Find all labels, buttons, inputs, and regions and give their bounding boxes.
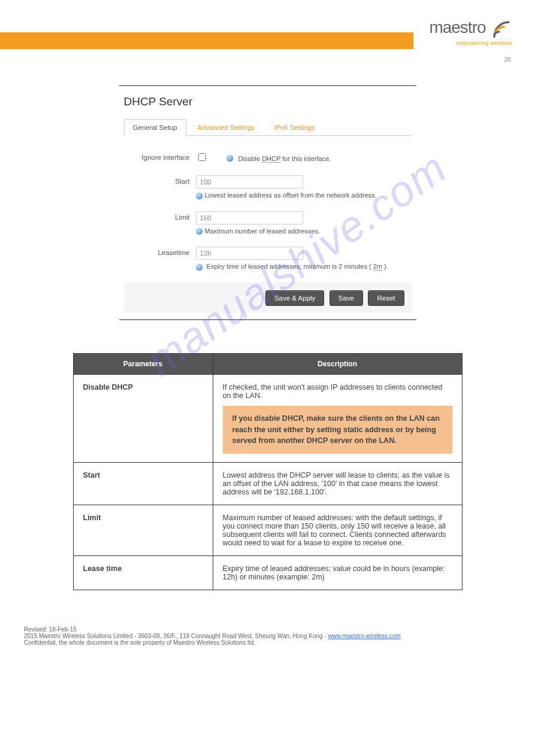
desc-text: If checked, the unit won't assign IP add…: [223, 383, 452, 400]
help-ignore-dotted: DHCP: [262, 155, 280, 163]
dhcp-panel: DHCP Server General Setup Advanced Setti…: [119, 85, 416, 320]
row-ignore: Ignore interface Disable DHCP for this i…: [124, 151, 412, 163]
save-button[interactable]: Save: [330, 290, 363, 306]
logo: maestro empowering wireless: [429, 18, 512, 46]
panel-title: DHCP Server: [124, 95, 412, 108]
footer-confidential: Confidential, the whole document is the …: [24, 639, 511, 646]
table-row: Disable DHCP If checked, the unit won't …: [73, 374, 462, 462]
help-limit: Maximum number of leased addresses.: [205, 227, 321, 235]
footer-addr-text: 2015 Maestro Wireless Solutions Limited …: [24, 633, 328, 639]
help-lease: Expiry time of leased addresses, minimum…: [207, 263, 388, 271]
tab-ipv6[interactable]: IPv6 Settings: [265, 120, 323, 135]
table-row: Start Lowest address the DHCP server wil…: [73, 463, 462, 505]
help-lease-suffix: ).: [382, 263, 388, 270]
param-name: Disable DHCP: [73, 374, 213, 462]
param-name: Lease time: [73, 556, 213, 590]
info-icon: [196, 228, 202, 235]
button-bar: Save & Apply Save Reset: [124, 283, 412, 313]
help-start: Lowest leased address as offset from the…: [205, 192, 377, 199]
input-lease[interactable]: [196, 247, 303, 260]
footer-date: Revised: 18-Feb-15: [24, 626, 77, 633]
row-lease: Leasetime Expiry time of leased addresse…: [124, 247, 412, 271]
tab-general[interactable]: General Setup: [124, 119, 186, 136]
help-ignore-suffix: for this interface.: [280, 155, 331, 162]
tab-bar: General Setup Advanced Settings IPv6 Set…: [124, 119, 412, 136]
input-start[interactable]: [196, 175, 303, 189]
info-icon: [196, 264, 202, 271]
param-desc: Maximum number of leased addresses: with…: [213, 505, 462, 556]
warning-box: If you disable DHCP, make sure the clien…: [223, 406, 452, 454]
row-start: Start Lowest leased address as offset fr…: [124, 175, 412, 199]
top-orange-bar: [0, 32, 413, 49]
info-icon: [196, 193, 202, 199]
param-name: Limit: [73, 505, 213, 556]
label-ignore: Ignore interface: [124, 151, 196, 161]
param-desc: If checked, the unit won't assign IP add…: [213, 374, 462, 462]
row-limit: Limit Maximum number of leased addresses…: [124, 211, 412, 235]
input-limit[interactable]: [196, 211, 303, 224]
logo-tagline: empowering wireless: [429, 40, 512, 46]
tab-advanced[interactable]: Advanced Settings: [189, 120, 263, 135]
help-lease-prefix: Expiry time of leased addresses, minimum…: [207, 263, 373, 270]
info-icon: [226, 155, 233, 162]
logo-text: maestro: [429, 18, 485, 37]
param-name: Start: [73, 463, 213, 505]
th-desc: Description: [213, 353, 462, 374]
help-lease-dotted: 2m: [373, 263, 382, 271]
checkbox-ignore[interactable]: [198, 153, 206, 161]
confidential-label: CONFIDENTIAL: [24, 56, 205, 62]
signal-arcs-icon: [491, 19, 512, 42]
footer: Revised: 18-Feb-15 2015 Maestro Wireless…: [0, 626, 535, 664]
param-desc: Expiry time of leased addresses; value c…: [213, 556, 462, 590]
help-ignore-prefix: Disable: [238, 155, 262, 162]
params-table: Parameters Description Disable DHCP If c…: [73, 353, 463, 590]
th-param: Parameters: [73, 353, 213, 374]
label-start: Start: [124, 175, 196, 185]
footer-link[interactable]: www.maestro-wireless.com: [328, 633, 401, 639]
save-apply-button[interactable]: Save & Apply: [265, 290, 324, 306]
page-number: 38: [504, 56, 511, 63]
table-row: Lease time Expiry time of leased address…: [73, 556, 462, 590]
table-row: Limit Maximum number of leased addresses…: [73, 505, 462, 556]
param-desc: Lowest address the DHCP server will leas…: [213, 463, 462, 505]
label-lease: Leasetime: [124, 247, 196, 256]
help-ignore: Disable DHCP for this interface.: [238, 155, 331, 162]
reset-button[interactable]: Reset: [368, 290, 404, 306]
label-limit: Limit: [124, 211, 196, 221]
footer-address: 2015 Maestro Wireless Solutions Limited …: [24, 633, 511, 639]
